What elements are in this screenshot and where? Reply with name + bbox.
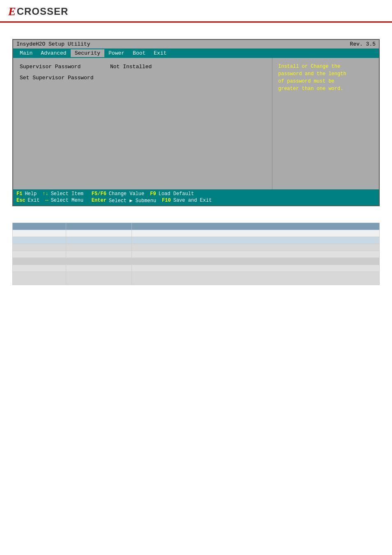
data-table: [12, 223, 380, 285]
col-header-2: [66, 223, 132, 230]
table-row-sub1: [13, 244, 380, 251]
key-enter: Enter: [92, 198, 106, 204]
footer-f5f6: F5/F6 Change Value F9 Load Default: [92, 191, 212, 197]
logo-crosser: CROSSER: [17, 6, 69, 17]
table-row-sub3: [13, 258, 380, 265]
cell-3-2: [66, 244, 132, 251]
cell-1-1: [13, 230, 66, 237]
key-lr-desc: Select Menu: [51, 198, 83, 203]
cell-5-2: [66, 258, 132, 265]
cell-5-1: [13, 258, 66, 265]
col-header-1: [13, 223, 66, 230]
cell-2-3: [132, 237, 380, 244]
key-enter-desc: Select ▶ Submenu: [109, 198, 156, 204]
key-esc-desc: Exit: [28, 198, 40, 203]
table-header-row: [13, 223, 380, 230]
footer-col-2: F5/F6 Change Value F9 Load Default Enter…: [92, 191, 212, 204]
nav-security[interactable]: Security: [71, 49, 104, 57]
footer-enter: Enter Select ▶ Submenu F10 Save and Exit: [92, 198, 212, 204]
bios-title-bar: InsydeH2O Setup Utility Rev. 3.5: [13, 40, 379, 48]
cell-4-1: [13, 251, 66, 258]
footer-f1: F1 Help ↑↓ Select Item: [16, 191, 83, 197]
key-f9-desc: Load Default: [159, 191, 194, 197]
cell-1-2: [66, 230, 132, 237]
key-f9: F9: [150, 191, 156, 197]
cell-5-3: [132, 258, 380, 265]
set-supervisor-password-label[interactable]: Set Supervisor Password: [20, 75, 265, 81]
cell-4-3: [132, 251, 380, 258]
bios-left-panel: Supervisor Password Not Installed Set Su…: [13, 58, 272, 189]
supervisor-password-row: Supervisor Password Not Installed: [20, 64, 265, 70]
table-row-sub5: [13, 272, 380, 285]
key-arrows: ↑↓: [42, 191, 48, 197]
table-row-sub4: [13, 265, 380, 272]
key-f10: F10: [162, 198, 171, 204]
logo-e: E: [8, 5, 16, 18]
cell-7-3: [132, 272, 380, 285]
cell-1-3: [132, 230, 380, 237]
table-row-group: [13, 237, 380, 244]
nav-boot[interactable]: Boot: [129, 49, 150, 57]
bios-title: InsydeH2O Setup Utility: [16, 41, 90, 47]
key-f5f6-desc: Change Value: [109, 191, 144, 197]
nav-advanced[interactable]: Advanced: [37, 49, 70, 57]
key-f1: F1: [16, 191, 22, 197]
cell-6-3: [132, 265, 380, 272]
cell-2-1: [13, 237, 66, 244]
col-header-3: [132, 223, 380, 230]
bios-help-panel: Install or Change thepassword and the le…: [272, 58, 379, 189]
table-section: [12, 223, 380, 285]
key-f1-desc: Help: [25, 191, 37, 197]
bios-help-text: Install or Change thepassword and the le…: [278, 63, 373, 92]
key-f5f6: F5/F6: [92, 191, 106, 197]
bios-footer: F1 Help ↑↓ Select Item Esc Exit ↔ Select…: [13, 189, 379, 205]
bios-nav: Main Advanced Security Power Boot Exit: [13, 48, 379, 58]
logo: E CROSSER: [8, 5, 384, 18]
nav-main[interactable]: Main: [16, 49, 37, 57]
cell-3-3: [132, 244, 380, 251]
key-lr: ↔: [45, 198, 48, 203]
cell-6-2: [66, 265, 132, 272]
nav-power[interactable]: Power: [104, 49, 129, 57]
footer-esc: Esc Exit ↔ Select Menu: [16, 198, 83, 203]
cell-2-2: [66, 237, 132, 244]
bios-rev: Rev. 3.5: [350, 41, 376, 47]
nav-exit[interactable]: Exit: [150, 49, 171, 57]
cell-6-1: [13, 265, 66, 272]
bios-main-content: Supervisor Password Not Installed Set Su…: [13, 58, 379, 189]
cell-4-2: [66, 251, 132, 258]
key-esc: Esc: [16, 198, 25, 203]
cell-7-1: [13, 272, 66, 285]
key-arrows-desc: Select Item: [51, 191, 83, 197]
cell-3-1: [13, 244, 66, 251]
table-row-sub2: [13, 251, 380, 258]
cell-7-2: [66, 272, 132, 285]
supervisor-password-label: Supervisor Password: [20, 64, 110, 70]
page-header: E CROSSER: [0, 0, 392, 23]
footer-col-1: F1 Help ↑↓ Select Item Esc Exit ↔ Select…: [16, 191, 83, 204]
bios-screen: InsydeH2O Setup Utility Rev. 3.5 Main Ad…: [12, 39, 380, 206]
supervisor-password-value: Not Installed: [110, 64, 152, 70]
key-f10-desc: Save and Exit: [173, 198, 212, 204]
table-row: [13, 230, 380, 237]
